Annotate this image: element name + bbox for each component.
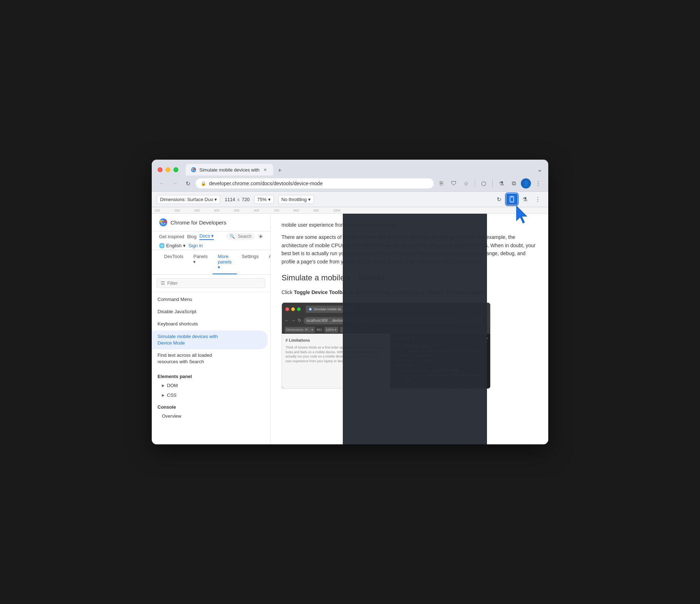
- device-toolbar-more-button[interactable]: ⋮: [532, 194, 543, 205]
- inspect-network-button[interactable]: ⚗: [519, 194, 530, 205]
- sub-nav: DevTools Panels ▾ More panels ▾ Settings…: [152, 250, 270, 275]
- svg-marker-6: [517, 206, 527, 223]
- css-arrow-icon: ▶: [162, 393, 165, 397]
- chrome-menu-icon[interactable]: ⋮: [533, 178, 543, 188]
- filter-input[interactable]: ☰ Filter: [157, 278, 265, 288]
- sidebar-item-command-menu[interactable]: Command Menu: [152, 293, 270, 306]
- theme-toggle-icon[interactable]: ☀: [258, 233, 263, 240]
- zoom-dropdown-icon: ▾: [268, 197, 271, 202]
- extension-icon[interactable]: ⬡: [479, 178, 489, 188]
- mini-forward-button: →: [291, 317, 296, 324]
- svg-point-9: [162, 221, 165, 224]
- minimize-button[interactable]: [165, 167, 170, 172]
- back-button[interactable]: ←: [157, 178, 167, 188]
- tab-bar: Simulate mobile devices with ✕ + ⌄: [186, 164, 542, 176]
- mini-tab-label: Simulate mobile de... th: [314, 307, 347, 312]
- lang-arrow-icon: ▾: [183, 243, 186, 248]
- tab-label: Simulate mobile devices with: [199, 167, 260, 173]
- dark-panel: [343, 214, 487, 444]
- dimension-x: x: [237, 197, 240, 202]
- browser-window: Simulate mobile devices with ✕ + ⌄ ← → ↻…: [152, 160, 548, 444]
- sidebar-item-dom[interactable]: ▶ DOM: [152, 381, 270, 390]
- subnav-panels[interactable]: Panels ▾: [188, 250, 213, 274]
- nav-bar: ← → ↻ 🔒 developer.chrome.com/docs/devtoo…: [152, 176, 548, 191]
- zoom-value: 75%: [257, 197, 267, 202]
- active-tab[interactable]: Simulate mobile devices with ✕: [186, 164, 273, 176]
- nav-docs[interactable]: Docs ▾: [199, 233, 214, 240]
- site-search[interactable]: 🔍 Search: [226, 233, 255, 240]
- toggle-device-toolbar-button[interactable]: [506, 194, 517, 205]
- address-text: developer.chrome.com/docs/devtools/devic…: [209, 181, 429, 186]
- search-icon: 🔍: [230, 234, 235, 239]
- subnav-settings[interactable]: Settings: [237, 250, 264, 274]
- cast-icon[interactable]: ⎘: [437, 178, 447, 188]
- mini-address-text: localhost:808: [306, 319, 328, 323]
- dom-arrow-icon: ▶: [162, 383, 165, 387]
- overview-label: Overview: [162, 413, 181, 419]
- traffic-lights: [158, 167, 178, 172]
- filter-icon: ☰: [161, 280, 165, 286]
- shield-icon[interactable]: 🛡: [449, 178, 459, 188]
- sidebar-item-css[interactable]: ▶ CSS: [152, 390, 270, 400]
- cursor-arrow: [514, 204, 532, 226]
- height-value: 720: [242, 197, 250, 202]
- filter-placeholder: Filter: [167, 280, 178, 286]
- tab-close-button[interactable]: ✕: [262, 167, 268, 173]
- site-logo: Chrome for Developers: [159, 218, 226, 227]
- ruler-marks: 1002003004005006007008009001000: [155, 209, 340, 212]
- sidebar-item-overview[interactable]: Overview: [152, 411, 270, 421]
- sidebar-item-keyboard-shortcuts[interactable]: Keyboard shortcuts: [152, 318, 270, 330]
- svg-point-2: [193, 169, 195, 171]
- chrome-logo-icon: [159, 218, 168, 227]
- split-view-icon[interactable]: ⧉: [509, 178, 519, 188]
- site-header: Chrome for Developers: [152, 214, 270, 231]
- tab-right-controls[interactable]: ⌄: [537, 165, 542, 176]
- sidebar-item-disable-js[interactable]: Disable JavaScript: [152, 306, 270, 318]
- device-selector[interactable]: Dimensions: Surface Duo ▾: [157, 195, 220, 204]
- mini-tab-favicon: [309, 307, 312, 311]
- device-dropdown-icon: ▾: [214, 197, 217, 202]
- mini-back-button: ←: [285, 317, 289, 324]
- mini-width-value: 851: [317, 327, 322, 332]
- nav-blog[interactable]: Blog: [187, 234, 196, 239]
- sidebar-section-console-title: Console: [152, 400, 270, 411]
- search-text: Search: [238, 234, 252, 239]
- sidebar-nav: Command Menu Disable JavaScript Keyboard…: [152, 292, 270, 369]
- svg-point-4: [511, 201, 512, 202]
- throttle-value: No throttling: [282, 197, 307, 202]
- sidebar-item-simulate-mobile[interactable]: Simulate mobile devices withDevice Mode: [152, 330, 267, 349]
- nav-actions: ⎘ 🛡 ☆ ⬡ ⚗ ⧉ 👤 ⋮: [437, 178, 543, 188]
- mini-device-selector: Dimensions: Pi... ▾: [285, 327, 315, 333]
- throttle-selector[interactable]: No throttling ▾: [278, 195, 314, 204]
- star-icon[interactable]: ☆: [461, 178, 471, 188]
- refresh-button[interactable]: ↻: [183, 178, 193, 188]
- language-selector[interactable]: 🌐 English ▾: [159, 243, 186, 248]
- mini-max-light: [297, 307, 301, 311]
- mini-min-light: [291, 307, 295, 311]
- maximize-button[interactable]: [173, 167, 178, 172]
- zoom-selector[interactable]: 75% ▾: [254, 195, 274, 204]
- mini-device-label: Dimensions: Pi...: [286, 327, 311, 332]
- sign-in-button[interactable]: Sign in: [189, 243, 203, 248]
- site-nav-bar: Get inspired Blog Docs ▾ 🔍 Search ☀ 🌐 En…: [152, 231, 270, 250]
- mini-zoom-value: 100%: [326, 327, 334, 332]
- device-icon: [509, 196, 515, 203]
- mini-close-light: [285, 307, 289, 311]
- subnav-more-panels[interactable]: More panels ▾: [213, 250, 236, 274]
- svg-point-11: [310, 308, 311, 310]
- nav-divider2: [492, 179, 493, 188]
- subnav-accessibility[interactable]: Accessibility: [264, 250, 271, 274]
- nav-get-inspired[interactable]: Get inspired: [159, 234, 184, 239]
- subnav-devtools[interactable]: DevTools: [159, 250, 188, 274]
- language-text: English: [166, 243, 182, 248]
- beaker-icon[interactable]: ⚗: [496, 178, 506, 188]
- main-content: Chrome for Developers Get inspired Blog …: [152, 214, 548, 444]
- rotate-button[interactable]: ↻: [493, 194, 504, 205]
- address-bar[interactable]: 🔒 developer.chrome.com/docs/devtools/dev…: [196, 178, 434, 188]
- close-button[interactable]: [158, 167, 163, 172]
- profile-button[interactable]: 👤: [521, 178, 531, 188]
- new-tab-button[interactable]: +: [275, 165, 285, 176]
- sidebar-item-find-text[interactable]: Find text across all loadedresources wit…: [152, 349, 270, 368]
- title-bar: Simulate mobile devices with ✕ + ⌄: [152, 160, 548, 176]
- forward-button[interactable]: →: [170, 178, 180, 188]
